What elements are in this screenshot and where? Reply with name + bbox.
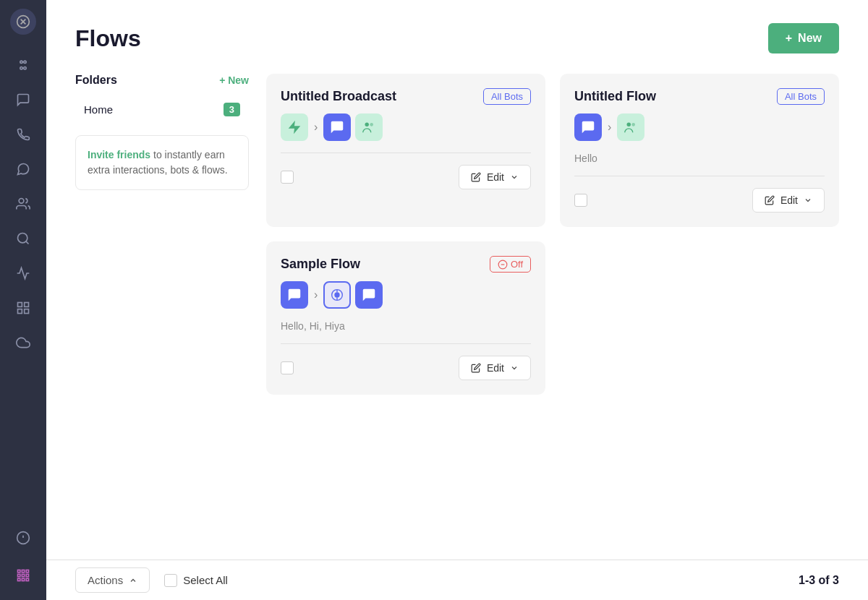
svg-rect-10 [18, 303, 22, 307]
edit-button[interactable]: Edit [459, 165, 531, 189]
flow-allbots-badge: All Bots [777, 88, 825, 105]
plus-icon: + [786, 32, 792, 45]
invite-box: Invite friends to instantly earn extra i… [75, 135, 249, 190]
step-arrow-1: › [314, 288, 318, 301]
flow-divider [281, 153, 531, 153]
svg-line-9 [26, 241, 29, 244]
svg-rect-22 [26, 574, 28, 576]
svg-marker-26 [289, 121, 301, 134]
flow-footer: Edit [281, 356, 531, 380]
sidebar-item-grid[interactable] [7, 560, 39, 591]
svg-point-4 [20, 67, 22, 69]
svg-rect-20 [18, 574, 20, 576]
svg-rect-24 [22, 578, 24, 580]
step-message [323, 113, 351, 141]
edit-button[interactable]: Edit [459, 356, 531, 380]
sidebar-item-apps[interactable] [7, 292, 39, 324]
svg-rect-11 [25, 303, 29, 307]
folder-name-home: Home [84, 103, 113, 116]
sidebar [0, 0, 46, 600]
new-flow-button[interactable]: + New [768, 23, 839, 53]
edit-label: Edit [780, 194, 798, 206]
sidebar-item-chat[interactable] [7, 84, 39, 116]
sidebar-item-menu[interactable] [7, 49, 39, 81]
sidebar-item-search[interactable] [7, 223, 39, 254]
edit-button[interactable]: Edit [752, 188, 825, 213]
sidebar-item-info[interactable] [7, 522, 39, 554]
svg-point-7 [19, 199, 24, 204]
sidebar-item-broadcast[interactable] [7, 119, 39, 150]
flow-steps: › [574, 113, 825, 141]
flow-footer: Edit [574, 188, 825, 213]
folders-new-link[interactable]: + New [219, 74, 249, 86]
svg-point-8 [18, 233, 27, 243]
svg-point-28 [370, 123, 374, 127]
flow-card-sample-flow: Sample Flow Off › [266, 241, 545, 395]
flow-off-badge: Off [490, 256, 531, 273]
folder-item-home[interactable]: Home 3 [75, 95, 249, 124]
svg-point-3 [20, 61, 22, 63]
sidebar-bottom [7, 522, 39, 591]
sidebar-item-audience[interactable] [7, 188, 39, 220]
flow-checkbox[interactable] [281, 361, 294, 374]
flow-divider [574, 176, 825, 176]
svg-rect-25 [26, 578, 28, 580]
sidebar-item-cloud[interactable] [7, 327, 39, 359]
flows-grid: Untitled Broadcast All Bots › [266, 74, 839, 395]
flow-card-header: Untitled Flow All Bots [574, 88, 825, 105]
edit-label: Edit [487, 171, 504, 183]
svg-point-6 [24, 67, 26, 69]
flow-card-header: Untitled Broadcast All Bots [281, 88, 531, 105]
content-area: Folders + New Home 3 Invite friends to i… [75, 74, 839, 395]
flow-card-untitled-broadcast: Untitled Broadcast All Bots › [266, 74, 545, 227]
folder-badge-home: 3 [224, 103, 240, 116]
flow-card-untitled-flow: Untitled Flow All Bots › Hello [560, 74, 839, 227]
sidebar-item-analytics[interactable] [7, 257, 39, 289]
folders-panel: Folders + New Home 3 Invite friends to i… [75, 74, 249, 395]
step-arrow-1: › [608, 121, 611, 134]
svg-rect-23 [18, 578, 20, 580]
step-message-2 [323, 281, 351, 309]
pagination-text: 1-3 of 3 [799, 574, 839, 587]
step-trigger [281, 113, 308, 141]
step-message-1 [281, 281, 308, 309]
svg-point-27 [365, 123, 370, 127]
flow-footer: Edit [281, 165, 531, 189]
main-content: Flows + New Folders + New Home 3 Invite … [46, 0, 868, 600]
invite-link[interactable]: Invite friends [88, 149, 150, 160]
actions-label: Actions [88, 574, 123, 586]
flow-divider [281, 343, 531, 344]
flow-title: Untitled Flow [574, 89, 656, 104]
flow-keywords: Hello [574, 153, 825, 164]
flow-title: Untitled Broadcast [281, 89, 396, 104]
flow-card-header: Sample Flow Off [281, 256, 531, 273]
step-message [574, 113, 602, 141]
folders-header: Folders + New [75, 74, 249, 87]
actions-button[interactable]: Actions [75, 567, 150, 593]
svg-point-5 [24, 61, 26, 63]
bottom-bar: Actions Select All 1-3 of 3 [46, 560, 868, 600]
flow-steps: › [281, 281, 531, 309]
select-all-label: Select All [183, 574, 228, 586]
svg-rect-12 [25, 309, 29, 314]
svg-point-30 [632, 123, 636, 127]
sidebar-item-comments[interactable] [7, 153, 39, 185]
flow-steps: › [281, 113, 531, 141]
flow-checkbox[interactable] [281, 171, 294, 184]
folders-title: Folders [75, 74, 117, 87]
select-all-area[interactable]: Select All [164, 574, 228, 587]
step-audience [355, 113, 383, 141]
step-arrow-1: › [314, 121, 318, 134]
flow-allbots-badge: All Bots [483, 88, 531, 105]
svg-rect-18 [22, 570, 24, 573]
svg-point-33 [335, 292, 340, 297]
step-audience [617, 113, 644, 141]
sidebar-nav [7, 49, 39, 522]
sidebar-logo[interactable] [10, 9, 36, 35]
svg-point-29 [627, 123, 631, 127]
flow-checkbox[interactable] [574, 194, 587, 207]
edit-label: Edit [487, 362, 504, 374]
select-all-checkbox[interactable] [164, 574, 177, 587]
svg-rect-13 [18, 309, 22, 314]
page-header: Flows + New [75, 23, 839, 53]
